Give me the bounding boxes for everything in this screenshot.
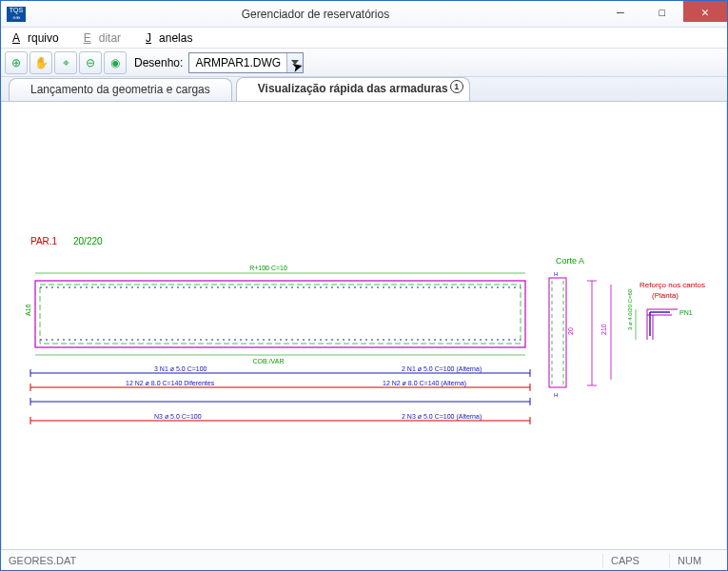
tab-visualizacao[interactable]: Visualização rápida das armaduras 1 [236,77,470,101]
status-num: NUM [670,553,727,568]
titlebar: TQS ≋≋≋ Gerenciador de reservatórios — ☐… [1,1,727,28]
drawing-canvas[interactable]: PAR.1 20/220 R+100 C=10 COB./VAR A16 3 N… [1,102,727,549]
app-icon: TQS ≋≋≋ [7,7,26,22]
zoom-out-icon[interactable]: ⊖ [79,51,102,74]
tabstrip: Lançamento da geometria e cargas 2 Visua… [1,77,727,102]
zoom-window-icon[interactable]: ⌖ [54,51,77,74]
chevron-down-icon[interactable] [286,53,303,72]
window-buttons: — ☐ ✕ [600,1,727,27]
svg-text:R+100 C=10: R+100 C=10 [249,265,287,271]
close-button[interactable]: ✕ [683,1,727,22]
svg-text:PAR.1: PAR.1 [30,236,58,246]
svg-text:12 N2 ø 8.0 C=140 Diferentes: 12 N2 ø 8.0 C=140 Diferentes [126,380,215,386]
app-window: TQS ≋≋≋ Gerenciador de reservatórios — ☐… [0,0,728,571]
maximize-button[interactable]: ☐ [641,1,683,22]
tab-geometria[interactable]: Lançamento da geometria e cargas 2 [9,78,232,101]
menu-janelas[interactable]: Janelas [138,30,207,47]
pan-icon[interactable]: ✋ [30,51,52,74]
desenho-value: ARMPAR1.DWG [189,55,286,70]
svg-text:12 N2 ø 8.0 C=140 (Alterna): 12 N2 ø 8.0 C=140 (Alterna) [383,380,466,387]
svg-text:Corte A: Corte A [556,256,584,266]
zoom-in-icon[interactable]: ⊕ [5,51,28,74]
svg-text:H: H [554,271,558,277]
svg-text:COB./VAR: COB./VAR [253,358,285,364]
status-caps: CAPS [603,553,670,568]
svg-text:2 N1 ø 5.0 C=100 (Alterna): 2 N1 ø 5.0 C=100 (Alterna) [402,365,482,373]
statusbar: GEORES.DAT CAPS NUM [1,549,727,570]
svg-text:N3 ø 5.0 C=100: N3 ø 5.0 C=100 [154,413,202,420]
svg-text:A16: A16 [25,304,31,316]
svg-rect-3 [35,281,525,347]
svg-text:20/220: 20/220 [73,236,103,246]
toolbar: ⊕ ✋ ⌖ ⊖ ◉ Desenho: ARMPAR1.DWG ➤ [1,49,727,77]
cad-drawing: PAR.1 20/220 R+100 C=10 COB./VAR A16 3 N… [2,102,727,549]
svg-text:3 N1 ø 5.0 C=100: 3 N1 ø 5.0 C=100 [154,365,207,372]
svg-text:PN1: PN1 [679,309,693,316]
zoom-fit-icon[interactable]: ◉ [104,51,127,74]
svg-marker-0 [291,60,299,65]
window-title: Gerenciador de reservatórios [31,8,600,21]
svg-text:2 N3 ø 5.0 C=100 (Alterna): 2 N3 ø 5.0 C=100 (Alterna) [402,413,482,421]
svg-rect-4 [40,285,521,344]
minimize-button[interactable]: — [600,1,641,22]
svg-text:20: 20 [567,327,574,335]
svg-text:H: H [554,392,558,398]
svg-text:Reforço nos cantos: Reforço nos cantos [639,281,705,289]
menu-editar[interactable]: Editar [76,30,136,47]
menubar: Arquivo Editar Janelas [1,28,727,49]
svg-text:(Planta): (Planta) [652,291,679,300]
desenho-dropdown[interactable]: ARMPAR1.DWG ➤ [188,52,304,73]
badge-1: 1 [450,80,463,93]
status-file: GEORES.DAT [1,553,603,568]
svg-text:210: 210 [600,324,607,335]
desenho-label: Desenho: [134,56,183,69]
svg-text:3 ø 4.0/20 C=60: 3 ø 4.0/20 C=60 [627,288,633,330]
menu-arquivo[interactable]: Arquivo [5,30,74,47]
